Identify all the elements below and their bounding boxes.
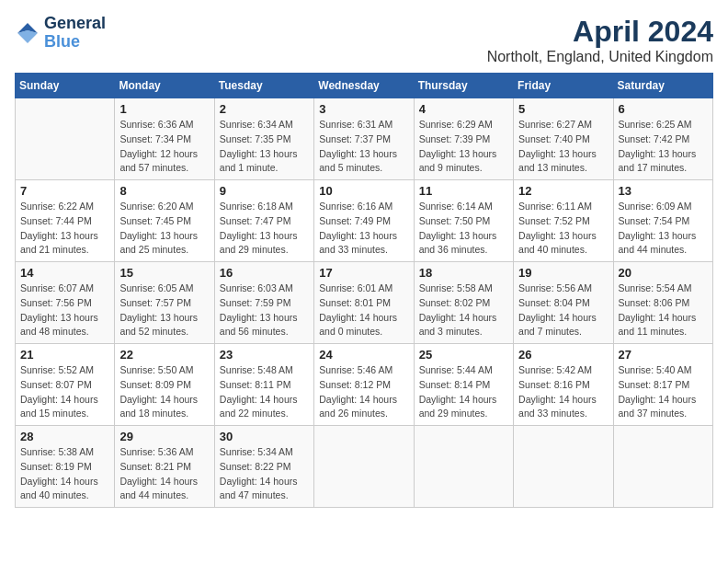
day-number: 21 bbox=[20, 348, 109, 362]
day-info: Sunrise: 6:20 AMSunset: 7:45 PMDaylight:… bbox=[119, 200, 209, 258]
calendar-header-sunday: Sunday bbox=[16, 74, 115, 98]
calendar-week-row: 7Sunrise: 6:22 AMSunset: 7:44 PMDaylight… bbox=[16, 180, 713, 262]
day-number: 14 bbox=[20, 266, 109, 280]
calendar-week-row: 28Sunrise: 5:38 AMSunset: 8:19 PMDayligh… bbox=[16, 426, 713, 508]
page-header: General Blue April 2024 Northolt, Englan… bbox=[15, 15, 713, 65]
calendar-cell: 6Sunrise: 6:25 AMSunset: 7:42 PMDaylight… bbox=[613, 98, 712, 180]
day-info: Sunrise: 5:50 AMSunset: 8:09 PMDaylight:… bbox=[119, 363, 209, 421]
day-number: 11 bbox=[419, 184, 508, 198]
day-number: 16 bbox=[220, 266, 309, 280]
calendar-cell: 1Sunrise: 6:36 AMSunset: 7:34 PMDaylight… bbox=[115, 98, 214, 180]
day-number: 7 bbox=[20, 184, 109, 198]
calendar-header-saturday: Saturday bbox=[613, 74, 712, 98]
day-info: Sunrise: 6:14 AMSunset: 7:50 PMDaylight:… bbox=[419, 200, 508, 258]
day-info: Sunrise: 6:31 AMSunset: 7:37 PMDaylight:… bbox=[319, 118, 408, 176]
day-info: Sunrise: 6:05 AMSunset: 7:57 PMDaylight:… bbox=[119, 282, 209, 339]
calendar-cell: 15Sunrise: 6:05 AMSunset: 7:57 PMDayligh… bbox=[115, 262, 214, 344]
day-info: Sunrise: 6:16 AMSunset: 7:49 PMDaylight:… bbox=[319, 200, 408, 258]
calendar-cell bbox=[314, 426, 414, 508]
calendar-cell: 27Sunrise: 5:40 AMSunset: 8:17 PMDayligh… bbox=[613, 344, 712, 426]
calendar-cell bbox=[613, 426, 712, 508]
calendar-cell bbox=[16, 98, 115, 180]
calendar-cell: 10Sunrise: 6:16 AMSunset: 7:49 PMDayligh… bbox=[314, 180, 414, 262]
calendar-cell: 12Sunrise: 6:11 AMSunset: 7:52 PMDayligh… bbox=[514, 180, 613, 262]
calendar-cell: 21Sunrise: 5:52 AMSunset: 8:07 PMDayligh… bbox=[16, 344, 115, 426]
calendar-cell: 9Sunrise: 6:18 AMSunset: 7:47 PMDaylight… bbox=[214, 180, 313, 262]
day-number: 24 bbox=[319, 348, 408, 362]
day-number: 15 bbox=[119, 266, 209, 280]
calendar-cell: 8Sunrise: 6:20 AMSunset: 7:45 PMDaylight… bbox=[115, 180, 214, 262]
calendar-cell bbox=[414, 426, 513, 508]
calendar-cell: 30Sunrise: 5:34 AMSunset: 8:22 PMDayligh… bbox=[214, 426, 313, 508]
calendar-cell: 22Sunrise: 5:50 AMSunset: 8:09 PMDayligh… bbox=[115, 344, 214, 426]
day-info: Sunrise: 5:36 AMSunset: 8:21 PMDaylight:… bbox=[119, 445, 209, 503]
day-info: Sunrise: 5:58 AMSunset: 8:02 PMDaylight:… bbox=[419, 282, 508, 339]
day-number: 18 bbox=[419, 266, 508, 280]
day-number: 22 bbox=[119, 348, 209, 362]
calendar-header-tuesday: Tuesday bbox=[214, 74, 313, 98]
day-info: Sunrise: 6:22 AMSunset: 7:44 PMDaylight:… bbox=[20, 200, 109, 258]
day-number: 29 bbox=[119, 430, 209, 443]
day-info: Sunrise: 5:34 AMSunset: 8:22 PMDaylight:… bbox=[220, 445, 309, 503]
day-info: Sunrise: 6:25 AMSunset: 7:42 PMDaylight:… bbox=[619, 118, 708, 176]
calendar-cell: 7Sunrise: 6:22 AMSunset: 7:44 PMDaylight… bbox=[16, 180, 115, 262]
day-number: 5 bbox=[518, 102, 608, 116]
day-number: 10 bbox=[319, 184, 408, 198]
calendar-header-wednesday: Wednesday bbox=[314, 74, 414, 98]
day-info: Sunrise: 5:48 AMSunset: 8:11 PMDaylight:… bbox=[220, 363, 309, 421]
day-number: 6 bbox=[619, 102, 708, 116]
logo: General Blue bbox=[15, 15, 106, 52]
calendar-cell: 18Sunrise: 5:58 AMSunset: 8:02 PMDayligh… bbox=[414, 262, 513, 344]
day-info: Sunrise: 6:07 AMSunset: 7:56 PMDaylight:… bbox=[20, 282, 109, 339]
calendar-week-row: 1Sunrise: 6:36 AMSunset: 7:34 PMDaylight… bbox=[16, 98, 713, 180]
calendar-header-monday: Monday bbox=[115, 74, 214, 98]
day-number: 13 bbox=[619, 184, 708, 198]
day-info: Sunrise: 6:11 AMSunset: 7:52 PMDaylight:… bbox=[518, 200, 608, 258]
calendar-cell: 4Sunrise: 6:29 AMSunset: 7:39 PMDaylight… bbox=[414, 98, 513, 180]
calendar-cell: 3Sunrise: 6:31 AMSunset: 7:37 PMDaylight… bbox=[314, 98, 414, 180]
calendar-cell: 2Sunrise: 6:34 AMSunset: 7:35 PMDaylight… bbox=[214, 98, 313, 180]
day-number: 23 bbox=[220, 348, 309, 362]
day-info: Sunrise: 6:09 AMSunset: 7:54 PMDaylight:… bbox=[619, 200, 708, 258]
calendar-header-friday: Friday bbox=[514, 74, 613, 98]
calendar-cell: 14Sunrise: 6:07 AMSunset: 7:56 PMDayligh… bbox=[16, 262, 115, 344]
day-info: Sunrise: 6:36 AMSunset: 7:34 PMDaylight:… bbox=[119, 118, 209, 176]
day-info: Sunrise: 6:03 AMSunset: 7:59 PMDaylight:… bbox=[220, 282, 309, 339]
day-number: 1 bbox=[119, 102, 209, 116]
calendar-cell: 13Sunrise: 6:09 AMSunset: 7:54 PMDayligh… bbox=[613, 180, 712, 262]
day-info: Sunrise: 5:40 AMSunset: 8:17 PMDaylight:… bbox=[619, 363, 708, 421]
calendar-week-row: 14Sunrise: 6:07 AMSunset: 7:56 PMDayligh… bbox=[16, 262, 713, 344]
day-number: 3 bbox=[319, 102, 408, 116]
calendar-cell: 17Sunrise: 6:01 AMSunset: 8:01 PMDayligh… bbox=[314, 262, 414, 344]
calendar-cell: 23Sunrise: 5:48 AMSunset: 8:11 PMDayligh… bbox=[214, 344, 313, 426]
logo-text: General Blue bbox=[44, 15, 106, 52]
calendar-cell: 11Sunrise: 6:14 AMSunset: 7:50 PMDayligh… bbox=[414, 180, 513, 262]
calendar-cell: 26Sunrise: 5:42 AMSunset: 8:16 PMDayligh… bbox=[514, 344, 613, 426]
day-number: 19 bbox=[518, 266, 608, 280]
day-info: Sunrise: 5:52 AMSunset: 8:07 PMDaylight:… bbox=[20, 363, 109, 421]
day-info: Sunrise: 5:56 AMSunset: 8:04 PMDaylight:… bbox=[518, 282, 608, 339]
day-info: Sunrise: 6:29 AMSunset: 7:39 PMDaylight:… bbox=[419, 118, 508, 176]
logo-icon bbox=[15, 20, 40, 46]
day-info: Sunrise: 6:34 AMSunset: 7:35 PMDaylight:… bbox=[220, 118, 309, 176]
calendar-cell: 5Sunrise: 6:27 AMSunset: 7:40 PMDaylight… bbox=[514, 98, 613, 180]
day-number: 8 bbox=[119, 184, 209, 198]
calendar-header-row: SundayMondayTuesdayWednesdayThursdayFrid… bbox=[16, 74, 713, 98]
calendar-cell: 29Sunrise: 5:36 AMSunset: 8:21 PMDayligh… bbox=[115, 426, 214, 508]
day-number: 30 bbox=[220, 430, 309, 443]
calendar-header-thursday: Thursday bbox=[414, 74, 513, 98]
month-title: April 2024 bbox=[487, 15, 713, 49]
day-info: Sunrise: 6:27 AMSunset: 7:40 PMDaylight:… bbox=[518, 118, 608, 176]
day-number: 12 bbox=[518, 184, 608, 198]
calendar-week-row: 21Sunrise: 5:52 AMSunset: 8:07 PMDayligh… bbox=[16, 344, 713, 426]
calendar-cell bbox=[514, 426, 613, 508]
day-info: Sunrise: 6:18 AMSunset: 7:47 PMDaylight:… bbox=[220, 200, 309, 258]
day-number: 25 bbox=[419, 348, 508, 362]
calendar-cell: 28Sunrise: 5:38 AMSunset: 8:19 PMDayligh… bbox=[16, 426, 115, 508]
day-info: Sunrise: 6:01 AMSunset: 8:01 PMDaylight:… bbox=[319, 282, 408, 339]
day-info: Sunrise: 5:42 AMSunset: 8:16 PMDaylight:… bbox=[518, 363, 608, 421]
calendar-table: SundayMondayTuesdayWednesdayThursdayFrid… bbox=[15, 73, 713, 508]
day-info: Sunrise: 5:54 AMSunset: 8:06 PMDaylight:… bbox=[619, 282, 708, 339]
location-subtitle: Northolt, England, United Kingdom bbox=[487, 49, 713, 65]
day-number: 9 bbox=[220, 184, 309, 198]
